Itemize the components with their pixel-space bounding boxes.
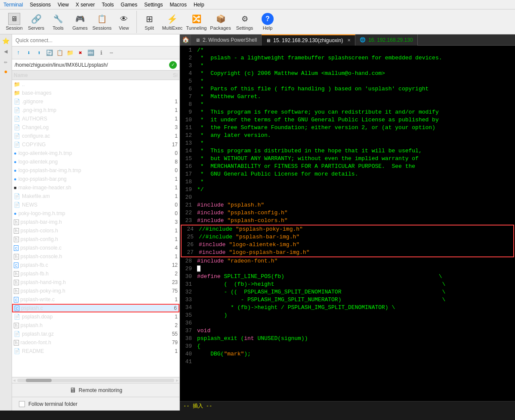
list-item[interactable]: ●logo-alientek.png 8 (12, 158, 179, 166)
help-icon: ? (262, 13, 274, 25)
list-item[interactable]: 📄ChangeLog 3 (12, 123, 179, 132)
list-item[interactable]: 📄README 1 (12, 347, 179, 355)
line-number: 7 (180, 93, 195, 101)
line-content: * Copyright (c) 2006 Matthew Allum <mall… (195, 70, 515, 77)
file-icon: 📄 (14, 116, 20, 122)
menu-terminal[interactable]: Terminal (0, 1, 26, 9)
sidebar-star-icon[interactable]: ⭐ (1, 36, 11, 46)
file-icon: 📄 (14, 348, 20, 354)
file-btn-download[interactable]: ⬇ (24, 48, 34, 58)
line-content: * pslash - a lightweight framebuffer spl… (195, 54, 515, 62)
list-item[interactable]: 📄COPYING 17 (12, 140, 179, 149)
tab-16[interactable]: 🌐 16. 192.168.29.130 (355, 34, 417, 46)
toolbar-help-btn[interactable]: ? Help (257, 12, 278, 32)
code-line-7: 7 * Matthew Garret. (180, 93, 515, 101)
menu-view[interactable]: View (54, 1, 72, 9)
file-icon: 📄 (14, 99, 20, 105)
code-line-25: 25 //#include "psplash-bar-img.h" (182, 233, 513, 241)
sidebar-edit-icon[interactable]: ✏ (1, 57, 11, 66)
line-number: 31 (180, 281, 195, 288)
list-item[interactable]: 📁base-images (12, 89, 179, 97)
file-btn-up[interactable]: ↑ (14, 48, 23, 58)
list-item[interactable]: cpsplash-write.c 1 (12, 295, 179, 304)
list-item[interactable]: hpsplash-poky-img.h 75 (12, 287, 179, 295)
toolbar-servers-btn[interactable]: 🔗 Servers (25, 12, 47, 32)
file-btn-delete[interactable]: ✖ (76, 48, 85, 58)
file-btn-more[interactable]: ⋯ (107, 48, 116, 58)
line-content: psplash_exit (int UNUSED(signum)) (195, 335, 515, 343)
tab-15[interactable]: 🖥 15. 192.168.29.130(zhiguoxin) ✕ (262, 34, 355, 46)
multiexec-icon: ⚡ (167, 13, 179, 25)
list-item[interactable]: hpsplash-console.h 1 (12, 252, 179, 261)
toolbar-multiexec-btn[interactable]: ⚡ MultiExec (160, 12, 184, 32)
list-item[interactable]: ●logo-psplash-bar.png 1 (12, 175, 179, 183)
scrollbar-left-btn[interactable]: ◀ (13, 378, 15, 383)
tab-2[interactable]: 🖥 2. Windows PowerShell (191, 34, 262, 46)
file-btn-properties[interactable]: ℹ (96, 48, 106, 58)
line-number: 12 (180, 132, 195, 139)
list-item[interactable]: 📄psplash.doap 1 (12, 312, 179, 321)
list-item[interactable]: hpsplash-hand-img.h 23 (12, 278, 179, 287)
menu-settings[interactable]: Settings (141, 1, 166, 9)
toolbar-tunneling-btn[interactable]: 🔀 Tunneling (185, 12, 208, 32)
remote-monitoring-btn[interactable]: 🖥 Remote monitoring (12, 383, 179, 397)
file-btn-newfolder[interactable]: 📁 (65, 48, 75, 58)
menu-games[interactable]: Games (117, 1, 141, 9)
list-item[interactable]: 📄.gitignore 1 (12, 97, 179, 106)
quick-connect-input[interactable] (15, 37, 176, 43)
code-area[interactable]: 1 /* 2 * pslash - a lightweight framebuf… (180, 46, 515, 401)
sidebar-arrow-icon[interactable]: ◀ (1, 46, 11, 56)
list-item[interactable]: hpsplash-bar-img.h 3 (12, 218, 179, 226)
file-icon: 📄 (14, 142, 20, 148)
toolbar-games-btn[interactable]: 🎮 Games (69, 12, 91, 32)
list-item[interactable]: 📁.. (12, 80, 179, 89)
special-icon: ● (14, 211, 17, 216)
toolbar-session-btn[interactable]: 🖥 Session (3, 12, 25, 32)
toolbar-tools-btn[interactable]: 🔧 Tools (47, 12, 69, 32)
file-icon: 📄 (14, 314, 20, 320)
menu-tools[interactable]: Tools (99, 1, 117, 9)
list-item[interactable]: hpsplash-config.h 1 (12, 235, 179, 244)
list-item[interactable]: hradeon-font.h 79 (12, 338, 179, 347)
list-item[interactable]: hpsplash-fb.h 2 (12, 269, 179, 278)
list-item[interactable]: 📄configure.ac 1 (12, 132, 179, 140)
list-item[interactable]: hpsplash-colors.h 1 (12, 226, 179, 235)
tab-15-close[interactable]: ✕ (347, 38, 351, 43)
list-item[interactable]: ●logo-psplash-bar-img.h.tmp 0 (12, 166, 179, 175)
line-content: #include "psplash-colors.h" (195, 217, 515, 225)
sidebar-circle-icon[interactable]: ● (1, 67, 11, 77)
list-item[interactable]: 📄Makefile.am 1 (12, 192, 179, 201)
toolbar-sessions-btn[interactable]: 📋 Sessions (91, 12, 113, 32)
line-number: 21 (180, 201, 195, 209)
list-item[interactable]: 📄.png-img.h.tmp 1 (12, 106, 179, 114)
list-item[interactable]: cpsplash-console.c 4 (12, 244, 179, 252)
list-item[interactable]: cpsplash-fb.c 12 (12, 261, 179, 269)
menu-help[interactable]: Help (190, 1, 208, 9)
scrollbar-right-btn[interactable]: ▶ (176, 378, 179, 383)
list-item[interactable]: ●poky-logo-img.h.tmp 0 (12, 209, 179, 218)
list-item[interactable]: hpsplash.h 2 (12, 321, 179, 330)
line-number: 10 (180, 116, 195, 124)
list-item[interactable]: ●logo-alientek-img.h.tmp 0 (12, 149, 179, 158)
toolbar-settings-btn[interactable]: ⚙ Settings (233, 12, 256, 32)
list-item[interactable]: 📄psplash.tar.gz 55 (12, 330, 179, 338)
scrollbar-track[interactable] (17, 379, 174, 382)
file-btn-rename[interactable]: 🔤 (86, 48, 96, 58)
file-btn-newfile[interactable]: 📋 (55, 48, 65, 58)
list-item[interactable]: 📄NEWS 0 (12, 201, 179, 209)
tab-2-icon: 🖥 (195, 37, 200, 43)
list-item[interactable]: ■make-image-header.sh 1 (12, 183, 179, 192)
menu-sessions[interactable]: Sessions (26, 1, 54, 9)
file-btn-upload[interactable]: ⬆ (34, 48, 44, 58)
list-item[interactable]: 📄AUTHORS 1 (12, 114, 179, 123)
menu-xserver[interactable]: X server (72, 1, 99, 9)
scrollbar-thumb[interactable] (26, 379, 52, 382)
list-item-selected[interactable]: cpsplash.c 6 (12, 304, 179, 312)
follow-terminal-checkbox[interactable] (19, 401, 25, 407)
file-btn-refresh[interactable]: 🔄 (45, 48, 54, 58)
toolbar-view-btn[interactable]: 👁 View (113, 12, 135, 32)
tab-home-icon[interactable]: 🏠 (180, 34, 191, 46)
toolbar-packages-btn[interactable]: 📦 Packages (209, 12, 232, 32)
toolbar-split-btn[interactable]: ⊞ Split (139, 12, 160, 32)
menu-macros[interactable]: Macros (167, 1, 190, 9)
